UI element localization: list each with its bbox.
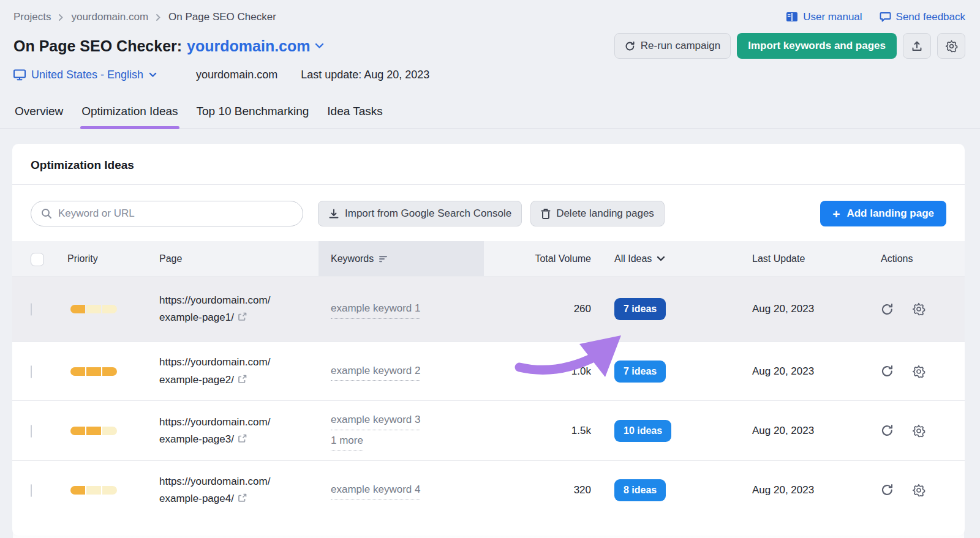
monitor-icon (13, 69, 26, 81)
column-total-volume: Total Volume (484, 241, 591, 276)
rerun-row-icon[interactable] (881, 424, 894, 437)
row-checkbox[interactable] (31, 303, 32, 316)
row-checkbox[interactable] (31, 425, 32, 438)
campaign-settings-button[interactable] (937, 33, 965, 59)
search-input[interactable] (58, 207, 293, 220)
import-keywords-label: Import keywords and pages (748, 40, 886, 52)
external-link-icon[interactable] (238, 312, 247, 321)
user-manual-link[interactable]: User manual (786, 11, 862, 23)
total-volume-value: 1.0k (484, 365, 591, 378)
rerun-row-icon[interactable] (881, 303, 894, 316)
row-settings-gear-icon[interactable] (912, 424, 925, 438)
locale-selector[interactable]: United States - English (13, 69, 157, 81)
last-update-value: Aug 20, 2023 (732, 365, 864, 378)
column-keywords-sort[interactable]: Keywords (318, 241, 484, 276)
trash-icon (541, 208, 551, 220)
add-landing-page-label: Add landing page (846, 207, 934, 220)
priority-bar (70, 367, 117, 376)
locale-label: United States - English (31, 69, 143, 81)
tab-optimization-ideas[interactable]: Optimization Ideas (80, 99, 179, 129)
export-button[interactable] (903, 33, 931, 59)
column-keywords-label: Keywords (331, 253, 374, 264)
rerun-row-icon[interactable] (881, 484, 894, 496)
table-row: https://yourdomain.com/ example-page2/ e… (12, 342, 965, 400)
page-url-line2: example-page1/ (159, 312, 234, 323)
tab-idea-tasks[interactable]: Idea Tasks (326, 99, 383, 129)
chevron-down-icon (149, 72, 157, 78)
chevron-down-icon (657, 256, 665, 262)
top-bar: Projects yourdomain.com On Page SEO Chec… (0, 0, 980, 81)
priority-bar (70, 305, 117, 313)
breadcrumb-domain[interactable]: yourdomain.com (71, 11, 148, 23)
delete-landing-pages-button[interactable]: Delete landing pages (530, 201, 665, 226)
rerun-row-icon[interactable] (881, 365, 894, 378)
keyword-more-link[interactable]: 1 more (331, 432, 363, 451)
column-all-ideas-label: All Ideas (614, 253, 652, 264)
page-url: https://yourdomain.com/ example-page3/ (153, 414, 318, 448)
import-gsc-button[interactable]: Import from Google Search Console (318, 201, 522, 226)
priority-bar (70, 486, 117, 495)
search-icon (41, 208, 52, 219)
keyword-link[interactable]: example keyword 4 (331, 480, 420, 500)
tab-top10-benchmarking[interactable]: Top 10 Benchmarking (195, 99, 311, 129)
table-row: https://yourdomain.com/ example-page4/ e… (12, 460, 965, 519)
last-update-value: Aug 20, 2023 (732, 303, 864, 315)
delete-landing-pages-label: Delete landing pages (556, 207, 654, 220)
optimization-ideas-card: Optimization Ideas Import from Google Se… (12, 144, 965, 536)
external-link-icon[interactable] (238, 493, 247, 503)
external-link-icon[interactable] (238, 434, 247, 443)
plus-icon: + (832, 207, 840, 220)
total-volume-value: 260 (484, 303, 591, 315)
tab-overview[interactable]: Overview (13, 99, 64, 129)
refresh-icon (625, 41, 635, 51)
breadcrumb-projects[interactable]: Projects (13, 11, 51, 23)
page-url-line1: https://yourdomain.com/ (159, 416, 270, 428)
rerun-campaign-label: Re-run campaign (641, 40, 720, 52)
ideas-button[interactable]: 8 ideas (614, 479, 666, 501)
rerun-campaign-button[interactable]: Re-run campaign (614, 33, 731, 59)
send-feedback-label: Send feedback (896, 11, 965, 23)
keyword-link[interactable]: example keyword 1 (331, 299, 420, 319)
sort-descending-icon (379, 255, 388, 263)
chevron-right-icon (156, 13, 161, 21)
import-keywords-button[interactable]: Import keywords and pages (737, 33, 897, 59)
breadcrumb: Projects yourdomain.com On Page SEO Chec… (13, 11, 276, 23)
page-url-line2: example-page3/ (159, 433, 234, 445)
campaign-domain-label: yourdomain.com (187, 37, 310, 55)
row-settings-gear-icon[interactable] (912, 302, 925, 316)
column-all-ideas-filter[interactable]: All Ideas (591, 241, 732, 276)
send-feedback-link[interactable]: Send feedback (880, 11, 965, 23)
keyword-link[interactable]: example keyword 3 (331, 411, 420, 430)
keyword-link[interactable]: example keyword 2 (331, 362, 420, 381)
column-actions: Actions (864, 241, 965, 276)
search-box[interactable] (31, 201, 303, 226)
external-link-icon[interactable] (238, 375, 247, 384)
page-title-prefix: On Page SEO Checker: (13, 37, 182, 55)
page-title: On Page SEO Checker: yourdomain.com (13, 37, 324, 55)
gear-icon (945, 40, 958, 53)
user-manual-label: User manual (803, 11, 862, 23)
table-row: https://yourdomain.com/ example-page3/ e… (12, 400, 965, 460)
ideas-button[interactable]: 10 ideas (614, 420, 671, 442)
table-row: https://yourdomain.com/ example-page1/ e… (12, 276, 965, 342)
toolbar: Import from Google Search Console Delete… (12, 185, 965, 241)
campaign-domain-dropdown[interactable]: yourdomain.com (187, 37, 323, 55)
page-url: https://yourdomain.com/ example-page2/ (153, 354, 318, 388)
row-settings-gear-icon[interactable] (912, 484, 925, 497)
page-url-line1: https://yourdomain.com/ (159, 356, 270, 368)
breadcrumb-current: On Page SEO Checker (168, 11, 276, 23)
page-url: https://yourdomain.com/ example-page4/ (153, 473, 318, 507)
total-volume-value: 320 (484, 484, 591, 496)
select-all-checkbox[interactable] (31, 253, 44, 266)
ideas-button[interactable]: 7 ideas (614, 361, 666, 383)
meta-last-update: Last update: Aug 20, 2023 (301, 69, 429, 81)
meta-domain: yourdomain.com (196, 69, 277, 81)
page-url-line2: example-page4/ (159, 493, 234, 504)
row-settings-gear-icon[interactable] (912, 365, 925, 378)
ideas-button[interactable]: 7 ideas (614, 298, 666, 320)
column-last-update: Last Update (732, 241, 864, 276)
row-checkbox[interactable] (31, 365, 32, 378)
add-landing-page-button[interactable]: + Add landing page (820, 201, 946, 226)
last-update-value: Aug 20, 2023 (732, 484, 864, 496)
row-checkbox[interactable] (31, 484, 32, 497)
